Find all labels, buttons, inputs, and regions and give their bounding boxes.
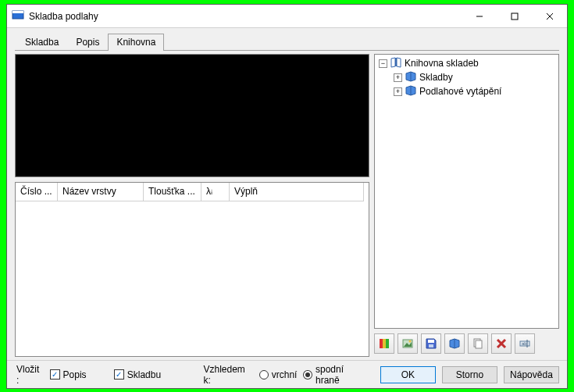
tree-root-label: Knihovna skladeb [405,58,479,69]
rename-button[interactable]: ab [515,333,535,354]
svg-point-13 [409,340,412,343]
left-column: Číslo ... Název vrstvy Tloušťka ... λᵢ V… [15,54,369,357]
expand-icon[interactable]: + [394,87,402,96]
client-area: Skladba Popis Knihovna Číslo ... Název v… [7,28,567,388]
tree-item-label: Skladby [419,72,453,83]
svg-rect-15 [429,344,433,347]
copy-button[interactable] [468,333,488,354]
layers-button[interactable] [374,333,394,354]
titlebar: Skladba podlahy [7,5,567,28]
radio-icon [259,370,269,380]
image-button[interactable] [398,333,418,354]
tree-item-skladby[interactable]: + Skladby [376,70,557,84]
grid-header: Číslo ... Název vrstvy Tloušťka ... λᵢ V… [16,183,369,201]
preview-pane [15,54,369,177]
svg-rect-9 [383,339,386,348]
col-nazev[interactable]: Název vrstvy [58,183,144,201]
svg-rect-3 [512,13,518,20]
svg-rect-10 [386,339,389,348]
checkbox-skladbu[interactable]: ✓ Skladbu [114,369,161,380]
main: Číslo ... Název vrstvy Tloušťka ... λᵢ V… [7,51,567,360]
tab-popis[interactable]: Popis [67,34,108,51]
checkbox-icon: ✓ [114,369,124,380]
radio-vrchni[interactable]: vrchní [259,369,298,380]
storno-button[interactable]: Storno [442,366,497,383]
col-cislo[interactable]: Číslo ... [16,183,58,201]
layer-grid[interactable]: Číslo ... Název vrstvy Tloušťka ... λᵢ V… [15,182,369,357]
tree-item-podlahove[interactable]: + Podlahové vytápění [376,84,557,98]
col-tloustka[interactable]: Tloušťka ... [144,183,201,201]
library-tree[interactable]: − Knihovna skladeb + Skladby + [374,54,559,329]
library-icon [390,56,402,71]
checkbox-popis[interactable]: ✓ Popis [50,369,87,380]
col-lambda[interactable]: λᵢ [201,183,230,201]
collapse-icon[interactable]: − [379,59,387,68]
napoveda-button[interactable]: Nápověda [504,366,559,383]
window-title: Skladba podlahy [29,11,98,22]
radio-label: vrchní [272,369,298,380]
tab-skladba[interactable]: Skladba [16,34,67,51]
vzhledem-label: Vzhledem k: [203,364,252,386]
close-button[interactable] [532,5,567,27]
window: Skladba podlahy Skladba Popis Knihovna Č… [6,4,568,389]
checkbox-label: Popis [63,369,87,380]
svg-rect-18 [476,340,482,348]
tree-root[interactable]: − Knihovna skladeb [376,56,557,70]
toolbar: ab [374,330,559,357]
window-controls [462,5,567,27]
delete-button[interactable] [491,333,512,354]
col-vypln[interactable]: Výplň [230,183,364,201]
radio-icon [303,370,312,380]
app-icon [12,9,24,23]
svg-rect-8 [380,339,383,348]
right-column: − Knihovna skladeb + Skladby + [374,54,559,357]
svg-rect-14 [428,340,434,343]
tab-knihovna[interactable]: Knihovna [108,34,164,51]
radio-spodni[interactable]: spodní hraně [303,364,368,386]
book-icon [405,70,417,85]
bottom-bar: Vložit : ✓ Popis ✓ Skladbu Vzhledem k: v… [7,360,567,388]
svg-text:ab: ab [522,341,527,346]
book-button[interactable] [444,333,465,354]
insert-label: Vložit : [16,364,44,386]
checkbox-label: Skladbu [127,369,161,380]
radio-label: spodní hraně [316,364,368,386]
maximize-button[interactable] [497,5,532,27]
checkbox-icon: ✓ [50,369,60,380]
tree-item-label: Podlahové vytápění [419,86,501,97]
save-button[interactable] [421,333,441,354]
book-icon [405,84,417,99]
svg-rect-1 [12,11,23,13]
ok-button[interactable]: OK [380,366,436,383]
minimize-button[interactable] [462,5,497,27]
tabs: Skladba Popis Knihovna [7,33,567,50]
expand-icon[interactable]: + [394,73,402,82]
